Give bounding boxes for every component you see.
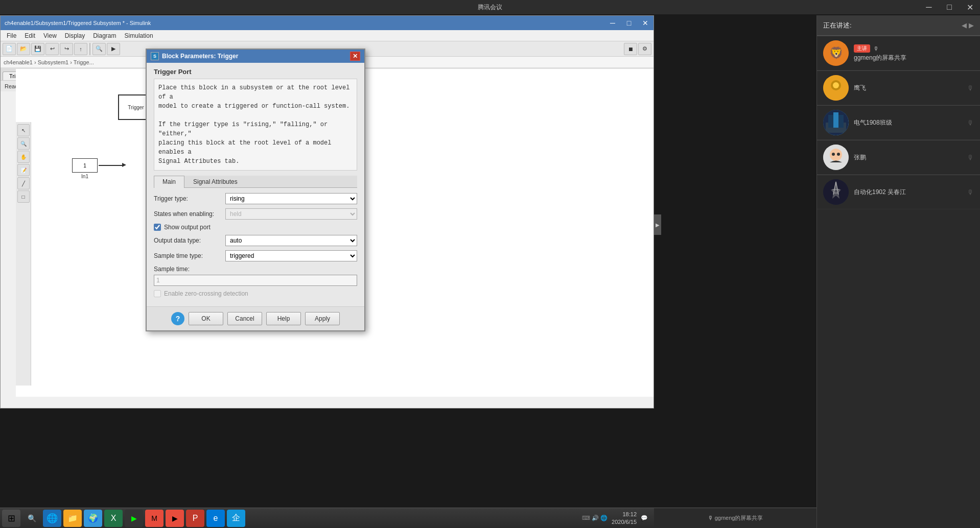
taskbar-edge[interactable]: e <box>206 510 225 527</box>
taskbar-cmd[interactable]: ▶ <box>125 510 143 527</box>
taskbar-chrome[interactable]: 🌍 <box>84 510 102 527</box>
taskbar-matlab[interactable]: M <box>145 510 164 527</box>
block-name: Trigger Port <box>154 68 357 76</box>
clock: 18:12 2020/6/15 <box>612 511 637 525</box>
taskbar-tencent[interactable]: 企 <box>227 510 245 527</box>
taskbar-sys: ⌨ 🔊 🌐 18:12 2020/6/15 💬 <box>582 511 652 525</box>
trigger-type-row: Trigger type: rising falling either func… <box>154 193 357 204</box>
panel-expand-button[interactable]: ▶ <box>654 214 661 235</box>
show-output-checkbox[interactable] <box>154 224 161 231</box>
taskbar-search[interactable]: 🔍 <box>22 510 41 527</box>
taskbar-ie[interactable]: 🌐 <box>43 510 61 527</box>
show-output-row: Show output port <box>154 224 357 231</box>
sample-time-row <box>154 275 357 286</box>
dialog-description: Place this block in a subsystem or at th… <box>154 79 357 171</box>
desc-line-2: model to create a triggered or function-… <box>158 102 353 111</box>
dialog-close-button[interactable]: ✕ <box>350 52 360 61</box>
dialog-overlay: S Block Parameters: Trigger ✕ Trigger Po… <box>0 0 980 528</box>
taskbar-matlab2[interactable]: ▶ <box>166 510 184 527</box>
dialog-buttons: ? OK Cancel Help Apply <box>147 306 364 330</box>
sample-time-type-label: Sample time type: <box>154 252 225 259</box>
output-data-type-select[interactable]: auto double single <box>225 235 357 246</box>
clock-time: 18:12 <box>612 511 637 518</box>
desc-line-5: placing this block at the root level of … <box>158 138 353 157</box>
trigger-type-select[interactable]: rising falling either function-call <box>225 193 357 204</box>
show-output-label: Show output port <box>164 224 211 231</box>
zero-crossing-row: Enable zero-crossing detection <box>154 290 357 297</box>
taskbar-powerpoint[interactable]: P <box>186 510 204 527</box>
states-select[interactable]: held reset inherit <box>225 208 357 220</box>
output-data-type-row: Output data type: auto double single <box>154 235 357 246</box>
states-label: States when enabling: <box>154 210 225 218</box>
ok-button[interactable]: OK <box>189 312 223 325</box>
taskbar-explorer[interactable]: 📁 <box>63 510 82 527</box>
states-enabling-row: States when enabling: held reset inherit <box>154 208 357 220</box>
dialog-title-icon: S <box>151 52 159 60</box>
dialog-tabs: Main Signal Attributes <box>154 176 357 188</box>
desc-line-4: If the trigger type is "rising," "fallin… <box>158 120 353 138</box>
dialog-title-bar: S Block Parameters: Trigger ✕ <box>147 50 364 63</box>
tab-main[interactable]: Main <box>154 176 184 188</box>
notification-text: 🎙 ggmeng的屏幕共享 <box>708 514 763 522</box>
sample-time-type-select[interactable]: triggered periodic <box>225 250 357 261</box>
cancel-button[interactable]: Cancel <box>227 312 262 325</box>
desc-line-6: Signal Attributes tab. <box>158 157 353 166</box>
taskbar: ⊞ 🔍 🌐 📁 🌍 X ▶ M ▶ P e 企 ⌨ 🔊 🌐 18:12 2020… <box>0 508 654 528</box>
notification-area: 🎙 ggmeng的屏幕共享 <box>654 508 816 528</box>
block-parameters-dialog: S Block Parameters: Trigger ✕ Trigger Po… <box>146 49 365 331</box>
trigger-type-label: Trigger type: <box>154 195 225 202</box>
clock-date: 2020/6/15 <box>612 518 637 525</box>
start-button[interactable]: ⊞ <box>2 510 20 527</box>
help-icon-button[interactable]: ? <box>171 312 184 325</box>
zero-crossing-label: Enable zero-crossing detection <box>164 290 248 297</box>
sample-time-type-row: Sample time type: triggered periodic <box>154 250 357 261</box>
tab-signal-attributes[interactable]: Signal Attributes <box>184 176 246 187</box>
taskbar-sys-icons: ⌨ 🔊 🌐 <box>582 515 608 521</box>
zero-crossing-checkbox <box>154 290 161 297</box>
taskbar-excel[interactable]: X <box>104 510 123 527</box>
desc-line-1: Place this block in a subsystem or at th… <box>158 83 353 102</box>
dialog-title: Block Parameters: Trigger <box>162 53 238 60</box>
dialog-content: Trigger Port Place this block in a subsy… <box>147 63 364 306</box>
sample-time-label: Sample time: <box>154 266 357 273</box>
notification-icon[interactable]: 💬 <box>641 515 648 521</box>
help-button[interactable]: Help <box>266 312 301 325</box>
sample-time-input <box>154 275 357 286</box>
output-data-type-label: Output data type: <box>154 237 225 244</box>
apply-button[interactable]: Apply <box>305 312 340 325</box>
